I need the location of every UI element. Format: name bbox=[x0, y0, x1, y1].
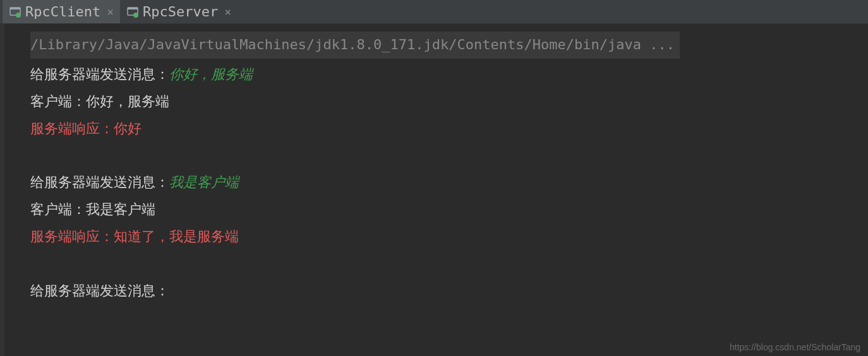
console-text: 客户端：你好，服务端 bbox=[30, 93, 169, 109]
tab-rpcclient[interactable]: RpcClient × bbox=[3, 0, 120, 23]
content-area: /Library/Java/JavaVirtualMachines/jdk1.8… bbox=[0, 24, 868, 356]
run-config-icon bbox=[9, 6, 21, 18]
console-text: 服务端响应：知道了，我是服务端 bbox=[30, 228, 239, 244]
console-line: 客户端：我是客户端 bbox=[30, 196, 868, 223]
console-text: 服务端响应：你好 bbox=[30, 121, 142, 136]
console-line bbox=[30, 143, 868, 170]
console-line: 给服务器端发送消息：我是客户端 bbox=[30, 169, 868, 196]
tab-rpcserver[interactable]: RpcServer × bbox=[120, 0, 238, 23]
svg-rect-1 bbox=[10, 8, 20, 9]
console-text: 给服务器端发送消息： bbox=[30, 174, 169, 190]
console-line bbox=[30, 251, 868, 278]
console-line: 服务端响应：你好 bbox=[30, 116, 868, 143]
svg-rect-4 bbox=[128, 8, 138, 9]
svg-point-2 bbox=[16, 13, 21, 18]
console-text: 客户端：我是客户端 bbox=[30, 201, 155, 217]
console-text: 你好，服务端 bbox=[169, 66, 253, 82]
console-text: 给服务器端发送消息： bbox=[30, 283, 169, 299]
left-gutter bbox=[0, 24, 5, 356]
console-line: 服务端响应：知道了，我是服务端 bbox=[30, 223, 868, 251]
close-icon[interactable]: × bbox=[224, 5, 231, 18]
tab-label: RpcClient bbox=[25, 4, 100, 20]
console-line: 给服务器端发送消息：你好，服务端 bbox=[30, 61, 868, 88]
run-config-icon bbox=[126, 6, 139, 18]
console-line: 客户端：你好，服务端 bbox=[30, 88, 868, 116]
console-text: 我是客户端 bbox=[169, 174, 239, 190]
svg-point-5 bbox=[133, 13, 138, 18]
watermark: https://blog.csdn.net/ScholarTang bbox=[730, 342, 860, 352]
tab-bar: RpcClient × RpcServer × bbox=[0, 0, 868, 24]
close-icon[interactable]: × bbox=[107, 5, 114, 18]
command-line: /Library/Java/JavaVirtualMachines/jdk1.8… bbox=[30, 32, 680, 59]
tab-label: RpcServer bbox=[143, 4, 218, 20]
console-line: 给服务器端发送消息： bbox=[30, 278, 868, 305]
console-text: 给服务器端发送消息： bbox=[30, 66, 169, 82]
console-output[interactable]: /Library/Java/JavaVirtualMachines/jdk1.8… bbox=[5, 24, 868, 356]
